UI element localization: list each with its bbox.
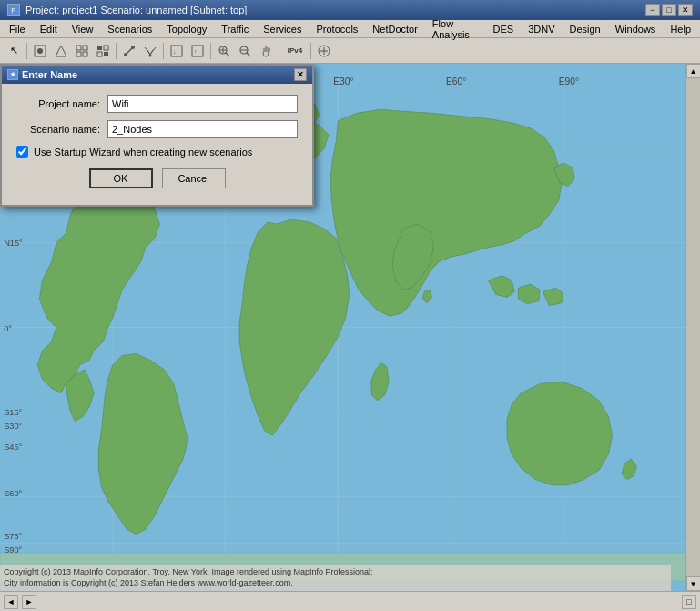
dialog-buttons: OK Cancel — [16, 168, 298, 198]
close-button[interactable]: ✕ — [678, 4, 693, 16]
project-name-row: Project name: — [16, 95, 298, 113]
svg-text:↓: ↓ — [173, 48, 177, 55]
dialog-title-icon: ★ — [7, 69, 18, 80]
menu-services[interactable]: Services — [256, 20, 309, 37]
toolbar-separator-1 — [26, 43, 27, 59]
ok-button[interactable]: OK — [89, 168, 153, 188]
add-icon — [317, 44, 331, 58]
app-icon: P — [7, 4, 20, 16]
node-icon — [33, 44, 47, 58]
status-right: □ — [682, 595, 696, 609]
toolbar-separator-4 — [210, 43, 211, 59]
toolbar-grid2[interactable] — [93, 41, 113, 61]
minimize-button[interactable]: − — [645, 4, 660, 16]
toolbar-node[interactable] — [30, 41, 50, 61]
toolbar-triangle[interactable] — [51, 41, 71, 61]
status-corner-btn[interactable]: □ — [682, 595, 696, 609]
dialog-overlay: ★ Enter Name ✕ Project name: Scenario na… — [0, 64, 685, 591]
map-area[interactable]: W30° 0° E30° E60° E90° N30° N15° 0° S15°… — [0, 64, 685, 591]
checkbox-label[interactable]: Use Startup Wizard when creating new sce… — [34, 147, 252, 158]
scroll-track[interactable] — [686, 78, 701, 576]
scenario-name-label: Scenario name: — [16, 124, 107, 135]
project-name-input[interactable] — [107, 95, 298, 113]
svg-rect-10 — [104, 52, 108, 56]
import-icon: ↓ — [169, 44, 184, 58]
title-bar: P Project: project1 Scenario: unnamed [S… — [0, 0, 700, 20]
toolbar-wireless[interactable] — [140, 41, 160, 61]
menu-scenarios[interactable]: Scenarios — [100, 20, 159, 37]
menu-flow-analysis[interactable]: Flow Analysis — [425, 20, 486, 37]
checkbox-row: Use Startup Wizard when creating new sce… — [16, 146, 298, 158]
status-bar: ◄ ► □ — [0, 591, 700, 611]
menu-help[interactable]: Help — [663, 20, 698, 37]
wireless-icon — [143, 44, 157, 58]
toolbar-zoom-in[interactable] — [214, 41, 234, 61]
menu-windows[interactable]: Windows — [608, 20, 664, 37]
zoom-out-icon — [238, 44, 252, 58]
scroll-up-button[interactable]: ▲ — [686, 64, 701, 78]
enter-name-dialog: ★ Enter Name ✕ Project name: Scenario na… — [0, 64, 314, 207]
toolbar-hand[interactable] — [256, 41, 276, 61]
window-controls: − □ ✕ — [645, 4, 693, 16]
scroll-left-button[interactable]: ◄ — [4, 595, 18, 609]
menu-3dnv[interactable]: 3DNV — [521, 20, 562, 37]
status-left: ◄ ► — [4, 595, 36, 609]
dialog-close-button[interactable]: ✕ — [294, 68, 307, 81]
svg-text:↑: ↑ — [194, 48, 198, 55]
menu-protocols[interactable]: Protocols — [309, 20, 365, 37]
link-icon — [122, 44, 137, 58]
svg-rect-8 — [104, 46, 108, 50]
menu-bar: File Edit View Scenarios Topology Traffi… — [0, 20, 700, 38]
grid1-icon — [75, 44, 89, 58]
svg-line-20 — [226, 53, 229, 56]
toolbar-separator-3 — [163, 43, 164, 59]
cancel-button[interactable]: Cancel — [162, 168, 226, 188]
scroll-right-button[interactable]: ► — [22, 595, 36, 609]
toolbar-separator-5 — [279, 43, 279, 59]
svg-point-1 — [37, 48, 43, 54]
scenario-name-row: Scenario name: — [16, 120, 298, 138]
toolbar-separator-6 — [310, 43, 311, 59]
vertical-scrollbar: ▲ ▼ — [685, 64, 700, 591]
menu-traffic[interactable]: Traffic — [214, 20, 256, 37]
svg-rect-6 — [83, 52, 87, 56]
toolbar-arrow[interactable]: ↖ — [4, 41, 24, 61]
export-icon: ↑ — [190, 44, 205, 58]
svg-rect-3 — [76, 46, 81, 50]
svg-rect-7 — [97, 46, 102, 50]
scenario-name-input[interactable] — [107, 120, 298, 138]
svg-rect-9 — [97, 52, 102, 56]
toolbar-link[interactable] — [119, 41, 139, 61]
svg-point-14 — [149, 54, 152, 56]
toolbar-grid1[interactable] — [72, 41, 92, 61]
menu-netdoctor[interactable]: NetDoctor — [365, 20, 425, 37]
svg-point-12 — [124, 53, 127, 56]
maximize-button[interactable]: □ — [662, 4, 676, 16]
toolbar-zoom-out[interactable] — [235, 41, 255, 61]
menu-topology[interactable]: Topology — [159, 20, 214, 37]
svg-marker-2 — [56, 46, 66, 56]
grid2-icon — [96, 44, 110, 58]
toolbar: ↖ ↓ ↑ IPv4 — [0, 38, 700, 64]
svg-point-13 — [131, 46, 135, 49]
menu-edit[interactable]: Edit — [33, 20, 65, 37]
scroll-down-button[interactable]: ▼ — [686, 576, 701, 591]
project-name-label: Project name: — [16, 98, 107, 109]
toolbar-import[interactable]: ↓ — [167, 41, 187, 61]
dialog-title-text: Enter Name — [22, 69, 77, 80]
toolbar-add[interactable] — [314, 41, 334, 61]
toolbar-export[interactable]: ↑ — [188, 41, 208, 61]
menu-file[interactable]: File — [2, 20, 33, 37]
dialog-title-bar: ★ Enter Name ✕ — [2, 66, 312, 84]
triangle-icon — [54, 44, 68, 58]
svg-rect-4 — [83, 46, 87, 50]
svg-rect-5 — [76, 52, 81, 56]
startup-wizard-checkbox[interactable] — [16, 146, 28, 158]
menu-des[interactable]: DES — [486, 20, 522, 37]
menu-design[interactable]: Design — [563, 20, 608, 37]
toolbar-ipv4[interactable]: IPv4 — [282, 41, 308, 61]
title-text: Project: project1 Scenario: unnamed [Sub… — [25, 5, 247, 15]
main-area: W30° 0° E30° E60° E90° N30° N15° 0° S15°… — [0, 64, 700, 591]
dialog-content: Project name: Scenario name: Use Startup… — [2, 84, 312, 205]
menu-view[interactable]: View — [65, 20, 101, 37]
